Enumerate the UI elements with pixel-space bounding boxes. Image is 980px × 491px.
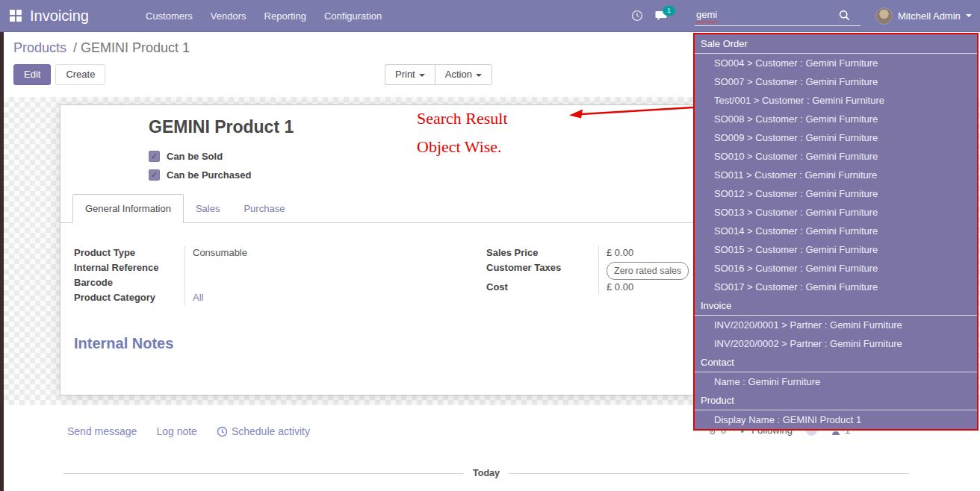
search-result-item[interactable]: SO010 > Customer : Gemini Furniture: [695, 147, 977, 166]
search-result-item[interactable]: SO017 > Customer : Gemini Furniture: [695, 278, 977, 296]
internal-notes-heading: Internal Notes: [74, 335, 173, 352]
apps-grid-icon[interactable]: [10, 10, 22, 22]
search-result-item[interactable]: SO009 > Customer : Gemini Furniture: [695, 128, 977, 147]
section-header-invoice: Invoice: [695, 296, 977, 316]
edit-button[interactable]: Edit: [13, 64, 51, 85]
annotation-text: Search Result Object Wise.: [417, 109, 508, 157]
search-result-item[interactable]: SO014 > Customer : Gemini Furniture: [695, 222, 977, 240]
messages-icon[interactable]: 1: [655, 10, 668, 25]
can-be-sold-label: Can be Sold: [167, 151, 223, 162]
clock-icon: [217, 426, 228, 437]
search-result-item[interactable]: SO004 > Customer : Gemini Furniture: [695, 54, 977, 72]
barcode-value: [184, 275, 373, 290]
breadcrumb-products-link[interactable]: Products: [13, 40, 66, 55]
product-category-link[interactable]: All: [184, 290, 373, 305]
form-buttons: Edit Create: [13, 64, 105, 85]
user-name: Mitchell Admin: [898, 10, 961, 22]
tab-general-information[interactable]: General Information: [72, 194, 184, 223]
search-result-item[interactable]: Name : Gemini Furniture: [695, 372, 977, 391]
annotation-arrow: [566, 104, 696, 122]
product-type-value: Consumable: [184, 246, 373, 260]
activity-clock-icon[interactable]: [631, 10, 643, 25]
user-menu[interactable]: Mitchell Admin: [875, 0, 972, 31]
search-result-item[interactable]: SO016 > Customer : Gemini Furniture: [695, 259, 977, 278]
breadcrumb: Products / GEMINI Product 1: [13, 40, 190, 56]
product-title: GEMINI Product 1: [149, 117, 294, 137]
can-be-purchased-row: ✓ Can be Purchased: [149, 169, 251, 181]
menu-configuration[interactable]: Configuration: [324, 10, 382, 22]
global-search: gemi: [695, 6, 860, 26]
search-result-item[interactable]: SO013 > Customer : Gemini Furniture: [695, 203, 977, 222]
internal-reference-value: [184, 260, 373, 275]
tab-sales[interactable]: Sales: [184, 195, 232, 222]
search-result-item[interactable]: Test/001 > Customer : Gemini Furniture: [695, 91, 977, 110]
search-input[interactable]: gemi: [696, 9, 717, 20]
schedule-activity-link[interactable]: Schedule activity: [217, 425, 310, 437]
chevron-down-icon: [966, 14, 972, 17]
menu-reporting[interactable]: Reporting: [264, 10, 306, 22]
field-product-category: Product Category All: [74, 290, 373, 305]
user-avatar: [875, 7, 893, 25]
menu-vendors[interactable]: Vendors: [211, 10, 246, 22]
search-results-dropdown: Sale Order SO004 > Customer : Gemini Fur…: [693, 33, 979, 431]
app-title[interactable]: Invoicing: [30, 0, 89, 31]
chatter-actions: Send message Log note Schedule activity: [67, 425, 310, 437]
search-result-item[interactable]: INV/2020/0002 > Partner : Gemini Furnitu…: [695, 334, 977, 353]
search-result-item[interactable]: SO011 > Customer : Gemini Furniture: [695, 166, 977, 184]
log-note-link[interactable]: Log note: [156, 425, 197, 437]
section-header-sale-order: Sale Order: [695, 34, 977, 54]
search-result-item[interactable]: SO015 > Customer : Gemini Furniture: [695, 240, 977, 259]
chevron-down-icon: [476, 74, 482, 77]
fields-left-column: Product Type Consumable Internal Referen…: [74, 246, 373, 305]
section-header-contact: Contact: [695, 353, 977, 372]
can-be-sold-checkbox[interactable]: ✓: [149, 151, 160, 162]
chevron-down-icon: [419, 74, 425, 77]
search-result-item[interactable]: SO007 > Customer : Gemini Furniture: [695, 72, 977, 91]
field-internal-reference: Internal Reference: [74, 260, 373, 275]
breadcrumb-current: / GEMINI Product 1: [73, 40, 190, 55]
search-result-item[interactable]: Display Name : GEMINI Product 1: [695, 410, 977, 429]
send-message-link[interactable]: Send message: [67, 425, 137, 437]
message-count-badge: 1: [663, 6, 675, 16]
search-result-item[interactable]: INV/2020/0001 > Partner : Gemini Furnitu…: [695, 316, 977, 334]
field-product-type: Product Type Consumable: [74, 246, 373, 260]
main-menu: Customers Vendors Reporting Configuratio…: [146, 0, 382, 31]
search-result-item[interactable]: SO012 > Customer : Gemini Furniture: [695, 184, 977, 203]
create-button[interactable]: Create: [55, 64, 105, 85]
date-divider-label: Today: [473, 468, 500, 478]
tab-purchase[interactable]: Purchase: [232, 195, 297, 222]
print-dropdown-button[interactable]: Print: [385, 64, 435, 85]
date-divider: Today: [63, 468, 909, 478]
menu-customers[interactable]: Customers: [146, 10, 193, 22]
top-navbar: Invoicing Customers Vendors Reporting Co…: [0, 0, 980, 32]
action-dropdown-button[interactable]: Action: [435, 64, 492, 85]
can-be-purchased-checkbox[interactable]: ✓: [149, 169, 160, 181]
search-result-item[interactable]: SO008 > Customer : Gemini Furniture: [695, 110, 977, 128]
section-header-product: Product: [695, 391, 977, 410]
print-action-group: Print Action: [385, 64, 492, 85]
can-be-sold-row: ✓ Can be Sold: [149, 151, 223, 162]
field-barcode: Barcode: [74, 275, 373, 290]
customer-taxes-badge: Zero rated sales: [607, 262, 689, 280]
search-icon[interactable]: [839, 10, 850, 21]
can-be-purchased-label: Can be Purchased: [167, 169, 251, 181]
